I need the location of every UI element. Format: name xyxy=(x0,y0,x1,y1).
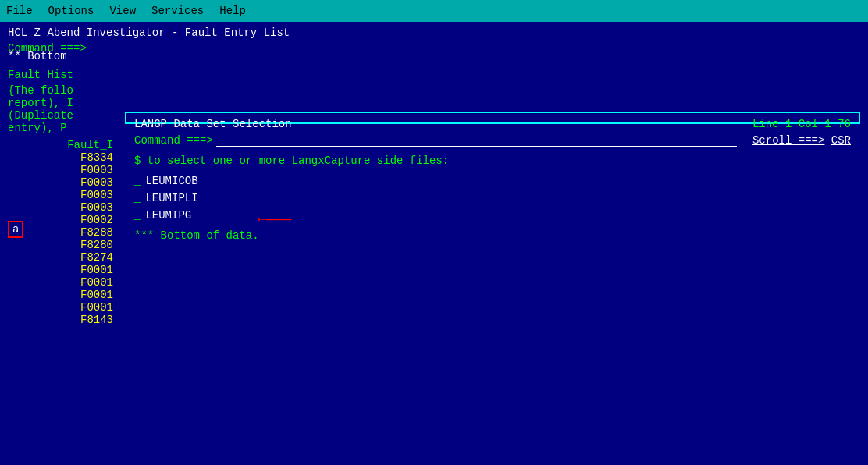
fault-id-5: F0002 xyxy=(8,214,121,226)
dialog-instruction: $ to select one or more LangxCapture sid… xyxy=(134,154,851,167)
dialog-command-input[interactable] xyxy=(216,133,737,147)
menu-file[interactable]: File xyxy=(6,5,33,17)
fault-text-2: report), I xyxy=(8,97,121,109)
box-a-indicator: a xyxy=(8,221,23,238)
fault-id-4: F0003 xyxy=(8,201,121,214)
fault-list-panel: Fault Hist {The follo report), I (Duplic… xyxy=(8,69,121,326)
fault-hist-label: Fault Hist xyxy=(8,69,121,81)
dialog-command-row: Command ===> Scroll ===> CSR xyxy=(134,133,851,147)
fault-id-11: F0001 xyxy=(8,289,121,301)
fault-id-header: Fault_I xyxy=(8,139,121,151)
dialog-command-label: Command ===> xyxy=(134,134,213,147)
fault-id-13: F8143 xyxy=(8,314,121,326)
fault-id-3: F0003 xyxy=(8,189,121,201)
langp-dialog: LANGP Data Set Selection Line 1 Col 1 76… xyxy=(125,112,860,124)
fault-text-4: entry), P xyxy=(8,122,121,134)
fault-id-1: F0003 xyxy=(8,164,121,176)
fault-id-2: F0003 xyxy=(8,176,121,189)
fault-id-0: F8334 xyxy=(8,151,121,164)
dialog-line-info: Line 1 Col 1 76 xyxy=(752,118,851,130)
menu-services[interactable]: Services xyxy=(151,5,204,17)
csr-link[interactable]: CSR xyxy=(831,134,851,147)
file-name-1: LEUMIPLI xyxy=(145,192,197,204)
line-label: Line 1 xyxy=(752,118,792,130)
bottom-of-data: *** Bottom of data. xyxy=(134,229,851,242)
fault-id-6: F8288 xyxy=(8,226,121,239)
fault-id-9: F0001 xyxy=(8,264,121,276)
fault-text-3: (Duplicate xyxy=(8,109,121,122)
main-content: HCL Z Abend Investigator - Fault Entry L… xyxy=(0,22,868,66)
fault-id-10: F0001 xyxy=(8,276,121,289)
menu-options[interactable]: Options xyxy=(48,5,94,17)
menu-help[interactable]: Help xyxy=(219,5,246,17)
menu-view[interactable]: View xyxy=(109,5,136,17)
col-value: 1 76 xyxy=(824,118,851,130)
fault-id-12: F0001 xyxy=(8,301,121,314)
fault-text-1: {The follo xyxy=(8,84,121,97)
file-selector-0: _ xyxy=(134,175,141,187)
main-command-line: Command ===> xyxy=(8,42,860,55)
file-selector-1: _ xyxy=(134,192,141,204)
col-label: Col xyxy=(799,118,825,130)
file-item-1: _ LEUMIPLI xyxy=(134,192,851,204)
dialog-title: LANGP Data Set Selection xyxy=(134,118,292,130)
dialog-header: LANGP Data Set Selection Line 1 Col 1 76 xyxy=(134,118,851,130)
file-name-2: LEUMIPG xyxy=(145,209,191,222)
fault-id-7: F8280 xyxy=(8,239,121,251)
menubar: File Options View Services Help xyxy=(0,0,868,22)
dialog-scroll-label: Scroll ===> CSR xyxy=(752,134,851,147)
file-name-0: LEUMICOB xyxy=(145,175,197,187)
file-item-0: _ LEUMICOB xyxy=(134,175,851,187)
bottom-status: ** Bottom xyxy=(8,50,67,62)
app-title: HCL Z Abend Investigator - Fault Entry L… xyxy=(8,27,860,39)
red-arrow-indicator: ←——— xyxy=(258,211,291,227)
file-item-2: _ LEUMIPG xyxy=(134,209,851,222)
fault-id-8: F8274 xyxy=(8,251,121,264)
file-selector-2: _ xyxy=(134,209,141,222)
